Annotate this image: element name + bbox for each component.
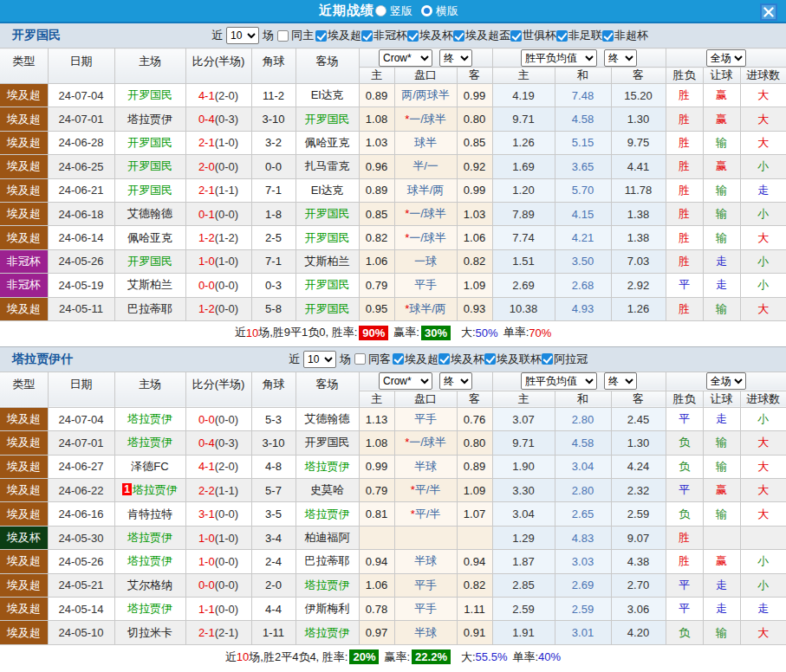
league-checkbox[interactable]: 阿拉冠 (542, 352, 588, 367)
record-summary: 近10场,胜9平1负0, 胜率:90%赢率:30%大:50%单率:70% (0, 321, 786, 345)
handicap-away-odds-cell: 0.82 (457, 573, 492, 597)
fulltime-score: 0-0 (198, 413, 215, 426)
league-checkbox[interactable]: 非超杯 (602, 28, 648, 43)
handicap-line-text: 平手 (414, 602, 437, 615)
league-checkbox[interactable]: 世俱杯 (510, 28, 556, 43)
recent-count-select[interactable]: 10 (303, 351, 336, 368)
europe-home-odds-cell: 1.51 (492, 249, 555, 273)
goals-result-cell: 走 (740, 598, 786, 621)
league-checkbox[interactable]: 埃及杯 (438, 352, 484, 367)
radio-vertical[interactable]: 竖版 (375, 3, 412, 19)
league-checkbox-label[interactable]: 世俱杯 (523, 28, 556, 43)
corner-cell: 2-0 (251, 573, 296, 597)
radio-horizontal-label[interactable]: 横版 (436, 3, 458, 19)
radio-horizontal-dot-icon[interactable] (421, 5, 432, 16)
league-checkbox-label[interactable]: 埃及超 (328, 28, 361, 43)
checkbox-unchecked-icon[interactable] (354, 353, 366, 365)
europe-draw-odds-cell: 2.59 (555, 598, 611, 621)
checkbox-checked-icon[interactable] (453, 30, 464, 42)
checkbox-checked-icon[interactable] (602, 30, 614, 42)
checkbox-checked-icon[interactable] (510, 30, 522, 42)
match-date-cell: 24-05-26 (48, 249, 114, 273)
checkbox-checked-icon[interactable] (438, 353, 450, 365)
checkbox-checked-icon[interactable] (393, 353, 404, 365)
league-checkbox-label[interactable]: 埃及杯 (451, 352, 484, 367)
league-checkbox[interactable]: 埃及超 (393, 352, 438, 367)
checkbox-unchecked-icon[interactable] (277, 30, 289, 42)
away-team-name: El达克 (311, 184, 344, 197)
home-team-name: 开罗国民 (127, 136, 172, 149)
checkbox-checked-icon[interactable] (407, 30, 419, 42)
goals-result-cell: 大 (740, 455, 786, 478)
match-date-cell: 24-07-01 (48, 107, 114, 131)
scope-select[interactable]: 全场 (706, 372, 746, 390)
europe-draw-odds-cell: 5.15 (555, 131, 611, 154)
league-checkbox[interactable]: 非足联 (556, 28, 602, 43)
europe-odds-select[interactable]: 胜平负均值 (521, 49, 597, 67)
radio-vertical-label[interactable]: 竖版 (390, 3, 412, 19)
europe-draw-odds-cell: 4.21 (555, 226, 611, 249)
away-team-cell: 扎马雷克 (296, 155, 359, 178)
recent-count-select[interactable]: 10 (226, 27, 259, 44)
checkbox-checked-icon[interactable] (556, 30, 568, 42)
checkbox-checked-icon[interactable] (315, 30, 327, 42)
league-checkbox[interactable]: 埃及超盃 (453, 28, 510, 43)
match-row: 埃及超24-07-01塔拉贾伊0-4(0-3)3-10开罗国民1.08*一/球半… (0, 107, 786, 131)
league-checkbox[interactable]: 埃及超 (315, 28, 361, 43)
league-checkbox-label[interactable]: 埃及联杯 (497, 352, 542, 367)
home-team-cell: 切拉米卡 (114, 621, 185, 644)
europe-final-select[interactable]: 终 (604, 49, 637, 67)
league-type-cell: 非冠杯 (0, 249, 48, 273)
league-checkbox[interactable]: 埃及联杯 (484, 352, 542, 367)
close-button[interactable] (760, 3, 777, 21)
league-checkbox-label[interactable]: 埃及超 (405, 352, 438, 367)
same-venue-checkbox[interactable]: 同主 (277, 28, 314, 43)
league-checkbox-label[interactable]: 非足联 (568, 28, 602, 43)
handicap-result-cell: 赢 (703, 155, 740, 178)
league-checkbox-label[interactable]: 阿拉冠 (554, 352, 588, 367)
match-date-cell: 24-06-18 (48, 202, 114, 225)
away-team-cell: 开罗国民 (296, 274, 359, 297)
sub-goals-result-header: 进球数 (740, 68, 786, 84)
handicap-line-cell: 半球 (394, 455, 457, 478)
europe-odds-select[interactable]: 胜平负均值 (521, 372, 597, 390)
radio-horizontal[interactable]: 横版 (421, 3, 458, 19)
europe-draw-odds-cell: 3.04 (555, 455, 611, 478)
goals-result-cell: 小 (740, 550, 786, 573)
league-checkbox-label[interactable]: 埃及杯 (419, 28, 453, 43)
away-team-name: 伊斯梅利 (305, 602, 350, 615)
checkbox-checked-icon[interactable] (484, 353, 496, 365)
handicap-result-cell: 赢 (703, 479, 740, 502)
league-type-cell: 埃及超 (0, 226, 48, 249)
scope-select[interactable]: 全场 (706, 49, 746, 67)
halftime-score: (0-0) (215, 160, 238, 173)
europe-home-odds-cell: 9.71 (492, 431, 555, 455)
league-checkbox-label[interactable]: 埃及超盃 (465, 28, 510, 43)
away-team-cell: 佩哈亚克 (296, 131, 359, 154)
league-checkbox-label[interactable]: 非冠杯 (374, 28, 407, 43)
handicap-away-odds-cell: 1.03 (457, 202, 492, 225)
checkbox-checked-icon[interactable] (361, 30, 373, 42)
radio-vertical-dot-icon[interactable] (375, 5, 387, 16)
handicap-final-select[interactable]: 终 (439, 372, 472, 390)
same-venue-label[interactable]: 同主 (291, 28, 314, 43)
odds-company-select[interactable]: Crow* (379, 372, 432, 390)
league-checkbox-label[interactable]: 非超杯 (614, 28, 648, 43)
corner-cell: 4-4 (251, 598, 296, 621)
same-venue-label[interactable]: 同客 (368, 352, 391, 367)
away-team-name: 塔拉贾伊 (305, 578, 350, 591)
win-rate-badge: 90% (359, 326, 388, 340)
fulltime-score: 1-1 (198, 603, 215, 616)
league-checkbox[interactable]: 埃及杯 (407, 28, 453, 43)
same-venue-checkbox[interactable]: 同客 (354, 352, 391, 367)
recent-results-panel: 近期战绩 竖版 横版 开罗国民近10场同主埃及超非冠杯埃及杯埃及超盃世俱杯非足联… (0, 0, 786, 672)
odds-company-select[interactable]: Crow* (379, 49, 432, 67)
league-checkbox[interactable]: 非冠杯 (361, 28, 407, 43)
halftime-score: (0-0) (215, 555, 238, 568)
home-team-cell: 开罗国民 (114, 84, 185, 107)
europe-final-select[interactable]: 终 (604, 372, 637, 390)
score-cell: 1-1(0-0) (185, 598, 251, 621)
handicap-home-odds-cell: 1.13 (359, 407, 394, 430)
checkbox-checked-icon[interactable] (542, 353, 553, 365)
handicap-final-select[interactable]: 终 (439, 49, 472, 67)
